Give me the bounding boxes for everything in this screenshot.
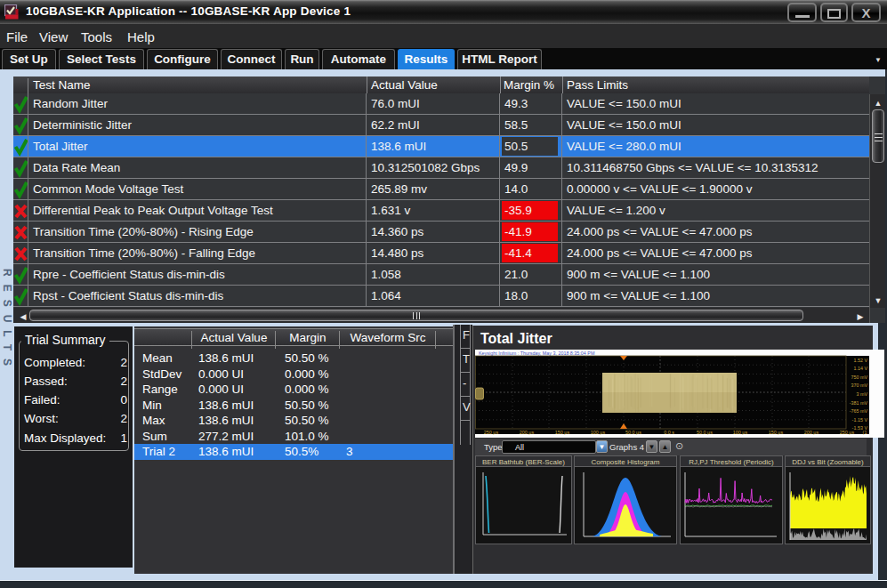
svg-text:750 mV: 750 mV [851,375,867,380]
svg-text:Keysight Infiniium : Thursday,: Keysight Infiniium : Thursday, May 3, 20… [479,350,595,356]
svg-text:-1.15 V: -1.15 V [852,417,868,423]
svg-text:150 μs: 150 μs [769,430,784,435]
svg-text:100 μs: 100 μs [591,430,606,435]
svg-text:150 μs: 150 μs [555,430,570,435]
svg-text:50.0 μs: 50.0 μs [625,430,641,435]
svg-text:200 μs: 200 μs [520,430,535,435]
svg-text:1.14 V: 1.14 V [853,366,867,371]
svg-text:0.0 s: 0.0 s [664,430,674,435]
svg-text:100 μs: 100 μs [733,430,748,435]
svg-text:-765 mV: -765 mV [850,408,868,414]
svg-text:3 mV: 3 mV [856,391,867,397]
svg-text:1.52 V: 1.52 V [853,358,867,363]
svg-text:250 μs: 250 μs [840,430,855,435]
svg-text:370 mV: 370 mV [851,383,867,388]
svg-text:(1: (1 [863,430,867,435]
svg-text:250 μs: 250 μs [484,430,499,435]
svg-text:200 μs: 200 μs [804,430,819,435]
svg-text:-381 mV: -381 mV [850,400,868,406]
svg-text:50.0 μs: 50.0 μs [697,430,713,435]
